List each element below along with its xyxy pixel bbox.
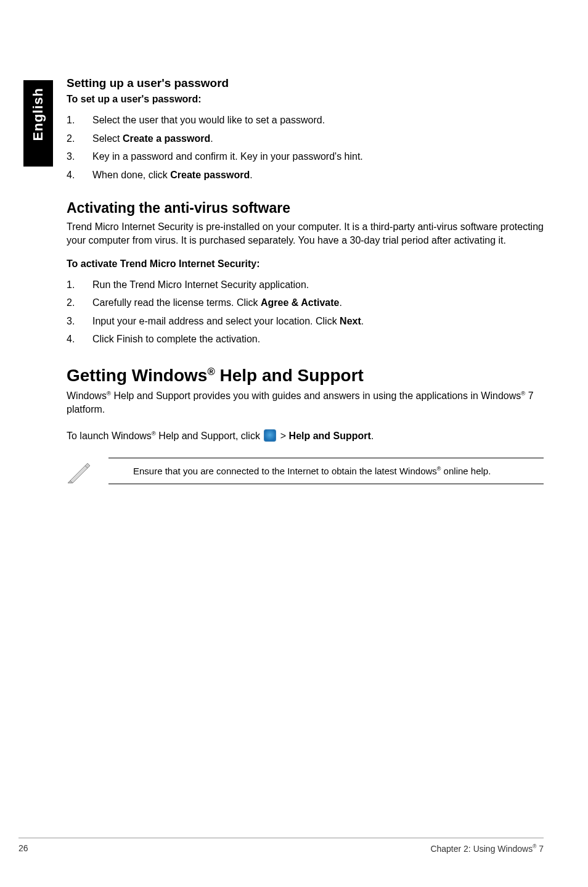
step-text: Run the Trend Micro Internet Security ap… [92, 279, 309, 290]
step-text: Select the user that you would like to s… [92, 115, 325, 125]
step-text: Input your e-mail address and select you… [92, 316, 340, 326]
list-item: 3. Input your e-mail address and select … [67, 312, 544, 331]
list-item: 2. Select Create a password. [67, 130, 544, 148]
intro-antivirus: To activate Trend Micro Internet Securit… [67, 258, 544, 270]
body-text: Help and Support, click [156, 431, 263, 441]
step-text: . [250, 170, 252, 180]
note-text-part: online help. [441, 466, 491, 476]
note-rule-bottom [108, 484, 544, 484]
step-bold: Agree & Activate [261, 297, 339, 308]
body-help-support: Windows® Help and Support provides you w… [67, 389, 544, 416]
note-block: Ensure that you are connected to the Int… [67, 458, 544, 484]
heading-text: Getting Windows [67, 366, 207, 385]
step-bold: Next [340, 316, 361, 326]
list-item: 4. Click Finish to complete the activati… [67, 330, 544, 349]
heading-help-support: Getting Windows® Help and Support [67, 366, 544, 386]
body-text: > [277, 431, 288, 441]
intro-set-password: To set up a user's password: [67, 94, 544, 105]
registered-mark: ® [152, 430, 156, 437]
steps-antivirus: 1. Run the Trend Micro Internet Security… [67, 276, 544, 349]
list-item: 1. Select the user that you would like t… [67, 111, 544, 130]
body-antivirus: Trend Micro Internet Security is pre-ins… [67, 220, 544, 247]
language-label: English [30, 88, 46, 141]
menu-path-bold: Help and Support [289, 431, 371, 441]
step-number: 1. [67, 278, 75, 292]
chapter-label: Chapter 2: Using Windows® 7 [430, 843, 544, 854]
step-text: . [361, 316, 364, 326]
heading-set-password: Setting up a user's password [67, 76, 544, 90]
step-text: Key in a password and confirm it. Key in… [92, 151, 363, 162]
list-item: 1. Run the Trend Micro Internet Security… [67, 276, 544, 294]
body-text: To launch Windows [67, 431, 152, 441]
step-bold: Create a password [123, 133, 210, 144]
footer-text: Chapter 2: Using Windows [430, 844, 533, 854]
note-text-part: Ensure that you are connected to the Int… [133, 466, 437, 476]
registered-mark: ® [207, 366, 214, 377]
heading-antivirus: Activating the anti-virus software [67, 200, 544, 217]
language-tab: English [23, 80, 53, 167]
step-number: 4. [67, 332, 75, 346]
body-text: Help and Support provides you with guide… [111, 390, 521, 401]
heading-text: Help and Support [215, 366, 364, 385]
steps-set-password: 1. Select the user that you would like t… [67, 111, 544, 184]
step-number: 1. [67, 113, 75, 127]
page-content: Setting up a user's password To set up a… [67, 76, 544, 484]
step-number: 3. [67, 315, 75, 328]
launch-help-support: To launch Windows® Help and Support, cli… [67, 429, 544, 443]
start-orb-icon [264, 429, 276, 442]
page-number: 26 [18, 843, 28, 854]
pen-note-icon [67, 458, 92, 484]
step-text: . [339, 297, 341, 308]
step-number: 2. [67, 132, 75, 146]
page-footer: 26 Chapter 2: Using Windows® 7 [18, 838, 544, 854]
step-number: 3. [67, 150, 75, 163]
step-bold: Create password [170, 170, 250, 180]
step-text: Carefully read the license terms. Click [92, 297, 261, 308]
footer-text: 7 [536, 844, 544, 854]
step-number: 4. [67, 168, 75, 182]
list-item: 4. When done, click Create password. [67, 166, 544, 184]
note-text: Ensure that you are connected to the Int… [108, 458, 544, 484]
registered-mark: ® [107, 390, 111, 397]
step-number: 2. [67, 296, 75, 310]
step-text: Select [92, 133, 123, 144]
step-text: Click Finish to complete the activation. [92, 334, 260, 344]
list-item: 2. Carefully read the license terms. Cli… [67, 294, 544, 312]
step-text: . [210, 133, 213, 144]
body-text: . [371, 431, 374, 441]
body-text: Windows [67, 390, 107, 401]
step-text: When done, click [92, 170, 170, 180]
note-text-container: Ensure that you are connected to the Int… [108, 458, 544, 484]
list-item: 3. Key in a password and confirm it. Key… [67, 147, 544, 166]
